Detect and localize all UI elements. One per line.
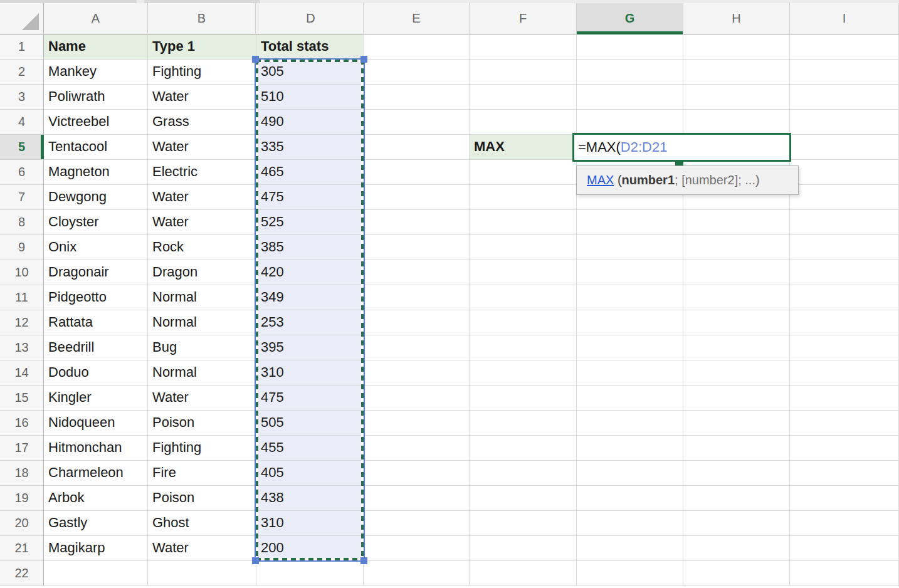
cell-A16[interactable]: Nidoqueen bbox=[44, 411, 148, 436]
cell-A12[interactable]: Rattata bbox=[44, 310, 148, 335]
cell-D21[interactable]: 200 bbox=[256, 536, 364, 561]
cell-E22[interactable] bbox=[364, 561, 470, 586]
column-header-D[interactable]: D bbox=[258, 3, 364, 34]
cell-F7[interactable] bbox=[470, 185, 577, 210]
cell-I21[interactable] bbox=[790, 536, 899, 561]
cell-E3[interactable] bbox=[364, 85, 470, 110]
cell-A14[interactable]: Doduo bbox=[44, 360, 148, 386]
cell-D22[interactable] bbox=[256, 561, 364, 586]
row-header-5[interactable]: 5 bbox=[0, 135, 44, 160]
cell-F15[interactable] bbox=[470, 386, 577, 411]
cell-B11[interactable]: Normal bbox=[148, 285, 256, 310]
cell-F22[interactable] bbox=[470, 561, 577, 586]
cell-I11[interactable] bbox=[790, 285, 899, 310]
cell-A22[interactable] bbox=[44, 561, 148, 586]
tooltip-function-link[interactable]: MAX bbox=[587, 173, 614, 187]
row-header-11[interactable]: 11 bbox=[0, 285, 44, 310]
cell-E11[interactable] bbox=[364, 285, 470, 310]
cell-F9[interactable] bbox=[470, 235, 577, 260]
row-header-19[interactable]: 19 bbox=[0, 486, 44, 511]
cell-I17[interactable] bbox=[790, 436, 899, 461]
cell-G3[interactable] bbox=[577, 85, 683, 110]
cell-B17[interactable]: Fighting bbox=[148, 436, 256, 461]
cell-D7[interactable]: 475 bbox=[256, 185, 364, 210]
cell-F21[interactable] bbox=[470, 536, 577, 561]
cell-B15[interactable]: Water bbox=[148, 386, 256, 411]
cell-G12[interactable] bbox=[577, 310, 683, 335]
cell-I10[interactable] bbox=[790, 260, 899, 285]
row-header-10[interactable]: 10 bbox=[0, 260, 44, 285]
column-header-B[interactable]: B bbox=[148, 3, 256, 34]
cell-D10[interactable]: 420 bbox=[256, 260, 364, 285]
row-header-4[interactable]: 4 bbox=[0, 110, 44, 135]
cell-F16[interactable] bbox=[470, 411, 577, 436]
cell-H15[interactable] bbox=[683, 386, 790, 411]
cell-D20[interactable]: 310 bbox=[256, 511, 364, 536]
cell-D5[interactable]: 335 bbox=[256, 135, 364, 160]
cell-D6[interactable]: 465 bbox=[256, 160, 364, 185]
row-header-1[interactable]: 1 bbox=[0, 34, 44, 60]
cell-E7[interactable] bbox=[364, 185, 470, 210]
cell-F1[interactable] bbox=[470, 34, 577, 60]
cell-G18[interactable] bbox=[577, 461, 683, 486]
cell-F14[interactable] bbox=[470, 360, 577, 386]
cell-F4[interactable] bbox=[470, 110, 577, 135]
row-header-14[interactable]: 14 bbox=[0, 360, 44, 386]
cell-E9[interactable] bbox=[364, 235, 470, 260]
cell-B16[interactable]: Poison bbox=[148, 411, 256, 436]
cell-I14[interactable] bbox=[790, 360, 899, 386]
cell-A11[interactable]: Pidgeotto bbox=[44, 285, 148, 310]
cell-A4[interactable]: Victreebel bbox=[44, 110, 148, 135]
cell-A17[interactable]: Hitmonchan bbox=[44, 436, 148, 461]
cell-I4[interactable] bbox=[790, 110, 899, 135]
cell-A18[interactable]: Charmeleon bbox=[44, 461, 148, 486]
cell-D19[interactable]: 438 bbox=[256, 486, 364, 511]
cell-F19[interactable] bbox=[470, 486, 577, 511]
cell-B13[interactable]: Bug bbox=[148, 335, 256, 360]
cell-H16[interactable] bbox=[683, 411, 790, 436]
cell-H21[interactable] bbox=[683, 536, 790, 561]
cell-D3[interactable]: 510 bbox=[256, 85, 364, 110]
formula-edit-cell[interactable]: =MAX(D2:D21 bbox=[572, 133, 791, 162]
cell-B9[interactable]: Rock bbox=[148, 235, 256, 260]
cell-F8[interactable] bbox=[470, 210, 577, 235]
row-header-7[interactable]: 7 bbox=[0, 185, 44, 210]
cell-E21[interactable] bbox=[364, 536, 470, 561]
cell-F11[interactable] bbox=[470, 285, 577, 310]
cell-E14[interactable] bbox=[364, 360, 470, 386]
cell-I2[interactable] bbox=[790, 60, 899, 85]
cell-I8[interactable] bbox=[790, 210, 899, 235]
column-header-H[interactable]: H bbox=[683, 3, 790, 34]
cell-B2[interactable]: Fighting bbox=[148, 60, 256, 85]
cell-G8[interactable] bbox=[577, 210, 683, 235]
cell-G17[interactable] bbox=[577, 436, 683, 461]
cell-H18[interactable] bbox=[683, 461, 790, 486]
row-header-20[interactable]: 20 bbox=[0, 511, 44, 536]
cell-A21[interactable]: Magikarp bbox=[44, 536, 148, 561]
cell-A8[interactable]: Cloyster bbox=[44, 210, 148, 235]
cell-A5[interactable]: Tentacool bbox=[44, 135, 148, 160]
cell-F20[interactable] bbox=[470, 511, 577, 536]
cell-H14[interactable] bbox=[683, 360, 790, 386]
cell-E18[interactable] bbox=[364, 461, 470, 486]
cell-E10[interactable] bbox=[364, 260, 470, 285]
cell-B3[interactable]: Water bbox=[148, 85, 256, 110]
cell-G22[interactable] bbox=[577, 561, 683, 586]
cell-F5[interactable]: MAX bbox=[470, 135, 577, 160]
cell-F17[interactable] bbox=[470, 436, 577, 461]
cell-H11[interactable] bbox=[683, 285, 790, 310]
cell-G14[interactable] bbox=[577, 360, 683, 386]
cell-H3[interactable] bbox=[683, 85, 790, 110]
row-header-12[interactable]: 12 bbox=[0, 310, 44, 335]
cell-G1[interactable] bbox=[577, 34, 683, 60]
cell-G16[interactable] bbox=[577, 411, 683, 436]
cell-H12[interactable] bbox=[683, 310, 790, 335]
row-header-22[interactable]: 22 bbox=[0, 561, 44, 586]
cell-I20[interactable] bbox=[790, 511, 899, 536]
cell-H8[interactable] bbox=[683, 210, 790, 235]
cell-B20[interactable]: Ghost bbox=[148, 511, 256, 536]
cell-D13[interactable]: 395 bbox=[256, 335, 364, 360]
cell-I12[interactable] bbox=[790, 310, 899, 335]
column-header-F[interactable]: F bbox=[470, 3, 577, 34]
cell-B6[interactable]: Electric bbox=[148, 160, 256, 185]
